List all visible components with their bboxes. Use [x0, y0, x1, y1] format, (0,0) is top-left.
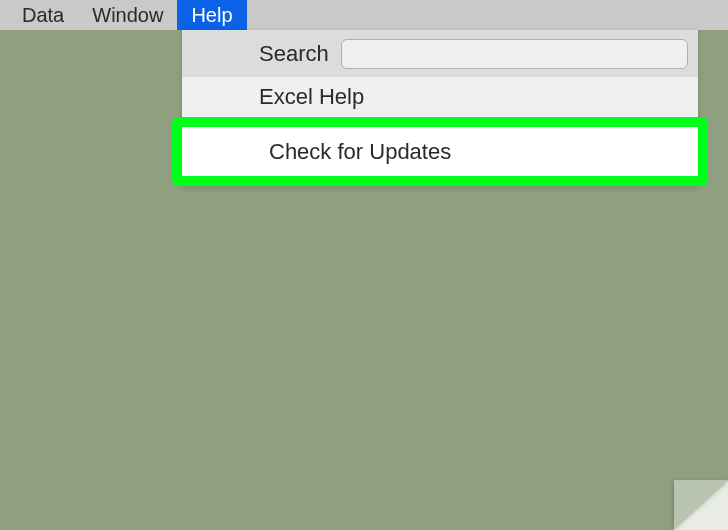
menubar: Data Window Help: [0, 0, 728, 30]
menu-item-data[interactable]: Data: [8, 0, 78, 30]
dropdown-search-row: Search: [182, 30, 698, 77]
page-curl-decoration: [673, 480, 728, 530]
help-dropdown: Search Excel Help Check for Updates: [182, 30, 698, 186]
search-label: Search: [259, 41, 329, 67]
highlight-check-for-updates: Check for Updates: [172, 117, 708, 186]
search-input[interactable]: [341, 39, 688, 69]
dropdown-item-check-for-updates[interactable]: Check for Updates: [182, 127, 698, 176]
menu-item-window[interactable]: Window: [78, 0, 177, 30]
dropdown-item-excel-help[interactable]: Excel Help: [182, 77, 698, 117]
menu-item-help[interactable]: Help: [177, 0, 246, 30]
